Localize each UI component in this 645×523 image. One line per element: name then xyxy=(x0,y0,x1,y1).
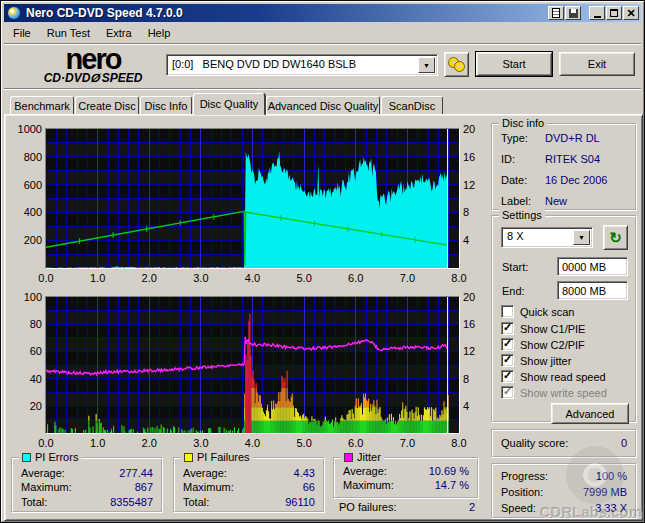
checkbox-show-jitter[interactable]: ✓Show jitter xyxy=(501,354,571,367)
y-right-tick: 8 xyxy=(463,206,487,218)
x-tick: 3.0 xyxy=(188,272,214,284)
pif-legend-swatch xyxy=(184,453,193,462)
maximize-button[interactable] xyxy=(606,6,622,20)
pi-errors-box: PI Errors Average:277.44 Maximum:867 Tot… xyxy=(11,457,163,513)
y-right-tick: 12 xyxy=(463,179,487,191)
jitter-legend-swatch xyxy=(344,453,353,462)
pif-jitter-chart xyxy=(45,296,460,434)
y-left-tick: 20 xyxy=(6,400,42,412)
pie-legend-swatch xyxy=(22,453,31,462)
maximize-icon xyxy=(610,9,618,17)
x-tick: 0.0 xyxy=(33,437,59,449)
y-right-tick: 20 xyxy=(463,291,487,303)
y-left-tick: 600 xyxy=(6,179,42,191)
discs-icon xyxy=(448,57,466,73)
tab-disc-info[interactable]: Disc Info xyxy=(140,96,192,115)
y-left-tick: 60 xyxy=(6,345,42,357)
x-tick: 7.0 xyxy=(394,272,420,284)
window-title: Nero CD-DVD Speed 4.7.0.0 xyxy=(26,6,183,20)
x-tick: 3.0 xyxy=(188,437,214,449)
y-right-tick: 16 xyxy=(463,151,487,163)
logo-text-speed: CD·DVDØSPEED xyxy=(23,71,163,85)
start-button[interactable]: Start xyxy=(476,52,552,76)
chevron-down-icon: ▼ xyxy=(423,62,430,69)
disc-date-value: 16 Dec 2006 xyxy=(545,174,627,186)
y-left-tick: 40 xyxy=(6,373,42,385)
checkbox-show-write-speed: ✓Show write speed xyxy=(501,386,607,399)
tab-disc-quality[interactable]: Disc Quality xyxy=(193,93,265,115)
watermark-text: CDRLabs.com xyxy=(539,503,642,520)
disc-id-value: RITEK S04 xyxy=(545,153,627,165)
y-left-tick: 1000 xyxy=(6,123,42,135)
x-tick: 0.0 xyxy=(33,272,59,284)
menu-extra[interactable]: Extra xyxy=(98,25,140,41)
drive-select[interactable]: [0:0] BENQ DVD DD DW1640 BSLB ▼ xyxy=(166,54,438,76)
speed-select[interactable]: 8 X ▼ xyxy=(501,227,593,248)
y-right-tick: 8 xyxy=(463,373,487,385)
separator xyxy=(4,88,641,90)
jitter-average: 10.69 % xyxy=(429,465,469,477)
menu-bar: File Run Test Extra Help xyxy=(5,24,178,42)
checkbox-show-c1-pie[interactable]: ✓Show C1/PIE xyxy=(501,322,585,335)
x-tick: 8.0 xyxy=(446,272,472,284)
copy-report-button[interactable] xyxy=(548,6,564,20)
end-input[interactable] xyxy=(557,281,628,300)
pi-failures-box: PI Failures Average:4.43 Maximum:66 Tota… xyxy=(173,457,325,513)
minimize-button[interactable] xyxy=(589,6,605,20)
y-left-tick: 80 xyxy=(6,318,42,330)
pie-maximum: 867 xyxy=(135,481,153,493)
watermark-disc xyxy=(566,446,624,504)
y-left-tick: 100 xyxy=(6,291,42,303)
y-left-tick: 400 xyxy=(6,206,42,218)
y-left-tick: 800 xyxy=(6,151,42,163)
tab-benchmark[interactable]: Benchmark xyxy=(10,96,74,115)
x-tick: 2.0 xyxy=(136,272,162,284)
tab-scandisc[interactable]: ScanDisc xyxy=(381,96,443,115)
checkbox-show-read-speed[interactable]: ✓Show read speed xyxy=(501,370,606,383)
quality-score-value: 0 xyxy=(621,437,627,449)
eject-disc-button[interactable] xyxy=(444,52,469,77)
menu-help[interactable]: Help xyxy=(140,25,179,41)
speed-select-value: 8 X xyxy=(507,230,524,242)
pie-speed-chart xyxy=(45,128,460,269)
app-window: Nero CD-DVD Speed 4.7.0.0 ✕ File Run Tes… xyxy=(0,0,645,523)
pi-failures-title: PI Failures xyxy=(197,451,250,463)
x-tick: 4.0 xyxy=(240,272,266,284)
refresh-button[interactable]: ↻ xyxy=(603,225,628,250)
speed-select-dropdown-button[interactable]: ▼ xyxy=(573,230,590,245)
close-button[interactable]: ✕ xyxy=(623,6,639,20)
save-icon xyxy=(569,9,578,18)
advanced-button[interactable]: Advanced xyxy=(551,403,629,424)
save-button[interactable] xyxy=(565,6,581,20)
start-input[interactable] xyxy=(557,257,628,276)
x-tick: 5.0 xyxy=(291,272,317,284)
checkbox-quick-scan[interactable]: ✓Quick scan xyxy=(501,305,574,318)
x-tick: 8.0 xyxy=(446,437,472,449)
x-tick: 6.0 xyxy=(343,272,369,284)
menu-run-test[interactable]: Run Test xyxy=(39,25,98,41)
pie-total: 8355487 xyxy=(110,496,153,508)
y-right-tick: 20 xyxy=(463,123,487,135)
disc-info-title: Disc info xyxy=(499,117,547,129)
pif-average: 4.43 xyxy=(294,467,315,479)
settings-box: Settings 8 X ▼ ↻ Start: End: ✓Quick scan… xyxy=(491,215,637,423)
checkbox-show-c2-pif[interactable]: ✓Show C2/PIF xyxy=(501,338,585,351)
refresh-icon: ↻ xyxy=(609,229,622,247)
drive-select-dropdown-button[interactable]: ▼ xyxy=(418,57,435,73)
y-right-tick: 4 xyxy=(463,234,487,246)
x-tick: 7.0 xyxy=(394,437,420,449)
x-tick: 1.0 xyxy=(85,437,111,449)
drive-select-value: [0:0] BENQ DVD DD DW1640 BSLB xyxy=(172,58,356,70)
x-tick: 2.0 xyxy=(136,437,162,449)
tab-advanced-disc-quality[interactable]: Advanced Disc Quality xyxy=(266,96,380,115)
menu-file[interactable]: File xyxy=(5,25,39,41)
close-icon: ✕ xyxy=(626,8,635,18)
exit-button[interactable]: Exit xyxy=(559,52,635,76)
y-right-tick: 16 xyxy=(463,318,487,330)
disc-type-value: DVD+R DL xyxy=(545,132,627,144)
nero-logo: nero CD·DVDØSPEED xyxy=(23,47,163,85)
document-icon xyxy=(552,8,560,18)
jitter-title: Jitter xyxy=(357,451,381,463)
tab-create-disc[interactable]: Create Disc xyxy=(75,96,139,115)
end-field-label: End: xyxy=(502,285,525,297)
